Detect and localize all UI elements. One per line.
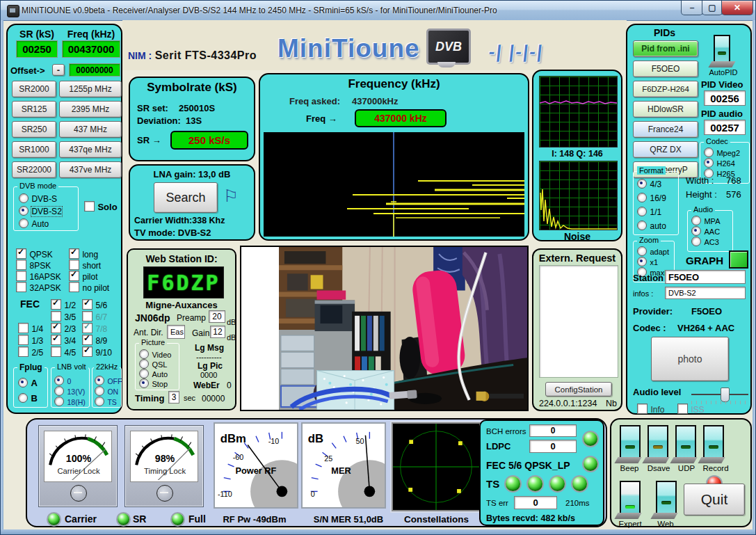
preset-sr125-button[interactable]: SR125 — [12, 101, 56, 118]
autopid-switch[interactable] — [714, 35, 730, 63]
infos-field[interactable]: DVB-S2 — [665, 287, 746, 299]
fec-3-5-checkbox[interactable] — [51, 311, 61, 321]
extern-request-list[interactable] — [539, 265, 618, 378]
audio-level-thumb[interactable] — [721, 388, 730, 402]
record-switch[interactable] — [703, 425, 724, 458]
fplug-b-radio[interactable] — [18, 393, 28, 403]
fec-5-6-checkbox[interactable] — [82, 299, 93, 310]
quit-button[interactable]: Quit — [684, 484, 745, 516]
minimize-button[interactable]: – — [681, 1, 703, 15]
lnb-0-radio[interactable] — [54, 376, 64, 385]
preset-437qe-button[interactable]: 437qe MHz — [59, 141, 122, 158]
iss-checkbox[interactable] — [677, 404, 688, 414]
fec-4-5-checkbox[interactable] — [51, 346, 61, 357]
preset-437-button[interactable]: 437 MHz — [59, 121, 122, 138]
22khz-ts-radio[interactable] — [95, 397, 104, 406]
fec-1-4-checkbox[interactable] — [18, 323, 29, 333]
pid-france24-button[interactable]: France24 — [633, 121, 698, 138]
audio-ac3-radio[interactable] — [691, 237, 701, 246]
pid-hdlowsr-button[interactable]: HDlowSR — [633, 101, 698, 118]
bch-errors-value: 0 — [529, 424, 577, 437]
zoom-x1-radio[interactable] — [637, 257, 647, 266]
audio-level-track[interactable] — [691, 394, 748, 395]
qpsk-checkbox[interactable] — [16, 248, 26, 259]
22khz-on-radio[interactable] — [95, 386, 104, 396]
photo-button[interactable]: photo — [651, 337, 729, 381]
dsave-switch[interactable] — [648, 425, 668, 458]
graph-label: GRAPH — [686, 255, 723, 266]
16apsk-checkbox[interactable] — [16, 271, 26, 281]
nopilot-checkbox[interactable] — [69, 282, 79, 292]
antdir-field[interactable]: Eas — [167, 325, 185, 339]
codec-h264-radio[interactable] — [704, 158, 714, 168]
preset-437ve-button[interactable]: 437ve MHz — [59, 161, 122, 178]
dvb-mode-group: DVB mode DVB-S DVB-S2 Auto — [13, 186, 79, 231]
lnb-18h-radio[interactable] — [54, 397, 64, 406]
graph-button[interactable] — [729, 250, 748, 269]
web-switch[interactable] — [656, 481, 677, 514]
fec-1-2-checkbox[interactable] — [51, 299, 61, 310]
fec-2-5-checkbox[interactable] — [18, 346, 29, 357]
preset-sr2000-button[interactable]: SR2000 — [12, 81, 56, 97]
format-auto-radio[interactable] — [637, 221, 647, 230]
spectrum-display[interactable] — [264, 132, 524, 237]
timing-unit: sec — [184, 394, 195, 402]
fplug-a-radio[interactable] — [18, 378, 28, 388]
logo-glyphs: -| |-|-| — [488, 41, 545, 63]
preamp-field[interactable]: 20 — [209, 310, 225, 323]
format-4-3-radio[interactable] — [637, 179, 647, 189]
fec-7-8-checkbox[interactable] — [82, 323, 93, 333]
8psk-checkbox[interactable] — [16, 259, 26, 270]
titlebar[interactable]: MINITIOUNE v0.9beta - Receiver/Analyser … — [1, 1, 755, 21]
pid-qrzdx-button[interactable]: QRZ DX — [633, 141, 698, 158]
preset-2395-button[interactable]: 2395 MHz — [59, 101, 122, 118]
preset-sr1000-button[interactable]: SR1000 — [12, 141, 56, 158]
pid-f6dzp-h264-button[interactable]: F6DZP-H264 — [633, 81, 698, 97]
short-checkbox[interactable] — [69, 259, 79, 270]
fec-2-3-checkbox[interactable] — [51, 323, 61, 333]
expert-switch[interactable] — [620, 481, 641, 514]
search-button[interactable]: Search — [154, 182, 218, 213]
22khz-off-radio[interactable] — [95, 376, 104, 385]
dvbs2-radio[interactable] — [19, 206, 29, 216]
config-station-button[interactable]: ConfigStation — [545, 382, 612, 397]
dvbs-radio[interactable] — [19, 193, 29, 203]
carrier-lock-knob[interactable] — [70, 485, 87, 502]
long-checkbox[interactable] — [69, 248, 79, 259]
preset-1255p-button[interactable]: 1255p MHz — [59, 81, 122, 97]
station-field[interactable]: F5OEO — [665, 270, 746, 284]
iss-label: ISS — [691, 405, 704, 415]
pilot-checkbox[interactable] — [69, 271, 79, 281]
format-16-9-radio[interactable] — [637, 193, 647, 202]
codec-line-label: Codec : — [633, 323, 666, 333]
gain-field[interactable]: 12 — [210, 326, 225, 338]
solo-checkbox[interactable] — [84, 201, 95, 211]
close-button[interactable]: ✕ — [721, 1, 753, 15]
codec-mpeg2-radio[interactable] — [704, 147, 714, 157]
audio-aac-radio[interactable] — [691, 226, 701, 236]
audio-mpa-radio[interactable] — [691, 216, 701, 225]
dvb-auto-radio[interactable] — [19, 218, 29, 228]
fec-3-4-checkbox[interactable] — [51, 335, 61, 345]
picture-stop-radio[interactable] — [139, 378, 149, 388]
fec-9-10-checkbox[interactable] — [82, 346, 93, 357]
32apsk-checkbox[interactable] — [16, 282, 26, 292]
pid-from-ini-button[interactable]: Pid from .ini — [633, 40, 698, 57]
fec-8-9-checkbox[interactable] — [82, 335, 93, 345]
timing-field[interactable]: 3 — [168, 391, 179, 404]
format-1-1-radio[interactable] — [637, 207, 647, 216]
offset-minus-button[interactable]: - — [52, 64, 65, 76]
udp-switch[interactable] — [675, 425, 696, 458]
timing-lock-knob[interactable] — [156, 485, 173, 502]
fec-6-7-checkbox[interactable] — [82, 311, 93, 321]
pid-f5oeo-button[interactable]: F5OEO — [633, 61, 698, 77]
preset-sr250-button[interactable]: SR250 — [12, 121, 56, 138]
preset-sr22000-button[interactable]: SR22000 — [12, 161, 56, 178]
beep-switch[interactable] — [620, 425, 641, 458]
lnb-13v-radio[interactable] — [54, 386, 64, 396]
maximize-button[interactable]: ▢ — [702, 1, 723, 15]
video-monitor[interactable] — [240, 246, 529, 411]
info-checkbox[interactable] — [637, 404, 648, 414]
zoom-adapt-radio[interactable] — [637, 246, 647, 256]
fec-1-3-checkbox[interactable] — [18, 335, 29, 345]
